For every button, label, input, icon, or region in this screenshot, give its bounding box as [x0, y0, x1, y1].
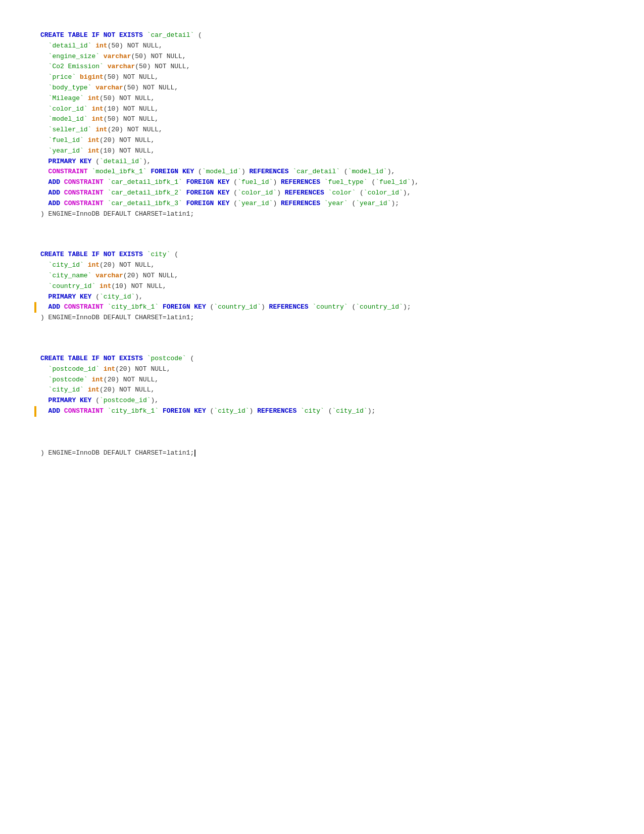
- line: CONSTRAINT `model_ibfk_1` FOREIGN KEY (`…: [40, 167, 644, 177]
- line: ) ENGINE=InnoDB DEFAULT CHARSET=latin1;: [40, 209, 644, 220]
- line: `body_type` varchar(50) NOT NULL,: [40, 83, 644, 93]
- line: `color_id` int(10) NOT NULL,: [40, 104, 644, 115]
- line: CREATE TABLE IF NOT EXISTS `city` (: [40, 250, 644, 260]
- line: `year_id` int(10) NOT NULL,: [40, 146, 644, 157]
- line: `seller_id` int(20) NOT NULL,: [40, 125, 644, 135]
- line: `engine_size` varchar(50) NOT NULL,: [40, 52, 644, 62]
- line: PRIMARY KEY (`postcode_id`),: [40, 396, 644, 406]
- line: `postcode` int(20) NOT NULL,: [40, 375, 644, 385]
- line: ADD CONSTRAINT `car_detail_ibfk_1` FOREI…: [40, 177, 644, 188]
- line: ADD CONSTRAINT `car_detail_ibfk_2` FOREI…: [40, 188, 644, 199]
- line: ADD CONSTRAINT `city_ibfk_1` FOREIGN KEY…: [40, 406, 644, 417]
- line: `country_id` int(10) NOT NULL,: [40, 281, 644, 292]
- line: [40, 417, 644, 448]
- line-indicator: [34, 302, 36, 313]
- line: `price` bigint(50) NOT NULL,: [40, 72, 644, 83]
- line: ) ENGINE=InnoDB DEFAULT CHARSET=latin1;: [40, 313, 644, 323]
- car-detail-block: CREATE TABLE IF NOT EXISTS `car_detail` …: [40, 30, 644, 219]
- line-indicator: [34, 406, 36, 417]
- line: `Mileage` int(50) NOT NULL,: [40, 93, 644, 104]
- line: `Co2 Emission` varchar(50) NOT NULL,: [40, 62, 644, 72]
- line: PRIMARY KEY (`city_id`),: [40, 292, 644, 303]
- line: `fuel_id` int(20) NOT NULL,: [40, 135, 644, 146]
- line: CREATE TABLE IF NOT EXISTS `postcode` (: [40, 354, 644, 364]
- line: `city_id` int(20) NOT NULL,: [40, 385, 644, 396]
- city-block: CREATE TABLE IF NOT EXISTS `city` ( `cit…: [40, 250, 644, 323]
- line: `city_name` varchar(20) NOT NULL,: [40, 271, 644, 281]
- line: `detail_id` int(50) NOT NULL,: [40, 41, 644, 52]
- line: CREATE TABLE IF NOT EXISTS `car_detail` …: [40, 30, 644, 41]
- line: `postcode_id` int(20) NOT NULL,: [40, 364, 644, 375]
- code-editor: CREATE TABLE IF NOT EXISTS `car_detail` …: [40, 30, 644, 459]
- line: ) ENGINE=InnoDB DEFAULT CHARSET=latin1;: [40, 448, 644, 459]
- line: `model_id` int(50) NOT NULL,: [40, 114, 644, 125]
- line: ADD CONSTRAINT `car_detail_ibfk_3` FOREI…: [40, 199, 644, 209]
- line: PRIMARY KEY (`detail_id`),: [40, 157, 644, 167]
- postcode-block: CREATE TABLE IF NOT EXISTS `postcode` ( …: [40, 354, 644, 459]
- line: `city_id` int(20) NOT NULL,: [40, 260, 644, 271]
- line: ADD CONSTRAINT `city_ibfk_1` FOREIGN KEY…: [40, 302, 644, 313]
